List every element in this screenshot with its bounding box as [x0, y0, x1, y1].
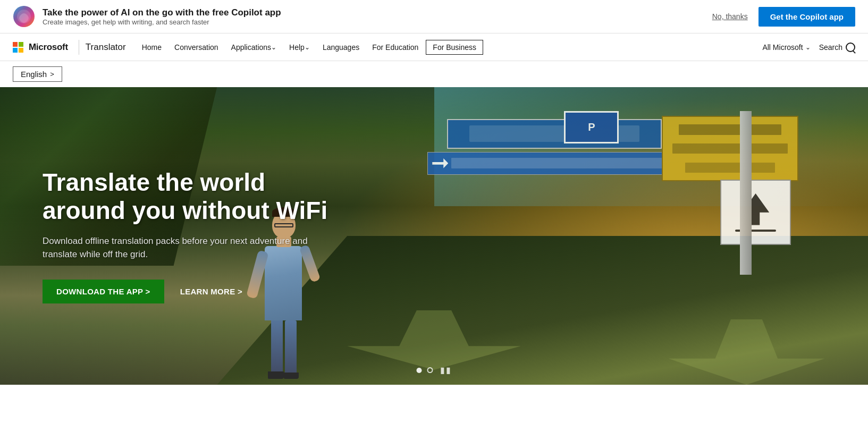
nav-languages[interactable]: Languages: [317, 33, 365, 61]
all-microsoft-menu[interactable]: All Microsoft: [762, 43, 810, 52]
banner-right: No, thanks Get the Copilot app: [712, 7, 855, 27]
chevron-right-icon: >: [50, 70, 54, 78]
hero-content: Translate the world around you without W…: [43, 168, 340, 303]
banner-text: Take the power of AI on the go with the …: [43, 7, 281, 26]
learn-more-link[interactable]: LEARN MORE >: [180, 287, 242, 296]
language-label: English: [21, 70, 47, 79]
slide-dot-2[interactable]: [427, 367, 433, 373]
no-thanks-link[interactable]: No, thanks: [712, 12, 748, 21]
copilot-logo-icon: [13, 5, 35, 28]
hero-section: P Translate the world around you without…: [0, 87, 868, 385]
nav-bar: Microsoft Translator Home Conversation A…: [0, 33, 868, 61]
microsoft-grid-icon: [13, 42, 23, 53]
slide-dot-1[interactable]: [416, 368, 422, 373]
hero-subtitle: Download offline translation packs befor…: [43, 234, 340, 261]
nav-help[interactable]: Help: [284, 33, 315, 61]
language-selector[interactable]: English >: [13, 66, 62, 82]
slide-indicators: ▮▮: [416, 365, 452, 375]
nav-applications[interactable]: Applications: [226, 33, 282, 61]
product-name: Translator: [86, 42, 126, 53]
top-banner: Take the power of AI on the go with the …: [0, 0, 868, 33]
search-label: Search: [819, 43, 842, 52]
nav-for-business[interactable]: For Business: [426, 40, 483, 55]
hero-title: Translate the world around you without W…: [43, 168, 340, 225]
search-nav[interactable]: Search: [819, 43, 855, 52]
ms-logo[interactable]: Microsoft: [13, 42, 68, 53]
banner-subtitle: Create images, get help with writing, an…: [43, 18, 281, 26]
nav-right: All Microsoft Search: [762, 43, 855, 52]
banner-title: Take the power of AI on the go with the …: [43, 7, 281, 18]
pause-button[interactable]: ▮▮: [440, 365, 452, 375]
hero-buttons: DOWNLOAD THE APP > LEARN MORE >: [43, 280, 340, 303]
get-app-button[interactable]: Get the Copilot app: [759, 7, 855, 27]
nav-for-education[interactable]: For Education: [367, 33, 424, 61]
nav-conversation[interactable]: Conversation: [169, 33, 224, 61]
banner-left: Take the power of AI on the go with the …: [13, 5, 281, 28]
nav-home[interactable]: Home: [137, 33, 167, 61]
microsoft-name: Microsoft: [29, 42, 68, 53]
search-icon: [846, 43, 855, 52]
download-app-button[interactable]: DOWNLOAD THE APP >: [43, 280, 164, 303]
nav-divider: [79, 40, 79, 55]
nav-links: Home Conversation Applications Help Lang…: [137, 33, 763, 61]
